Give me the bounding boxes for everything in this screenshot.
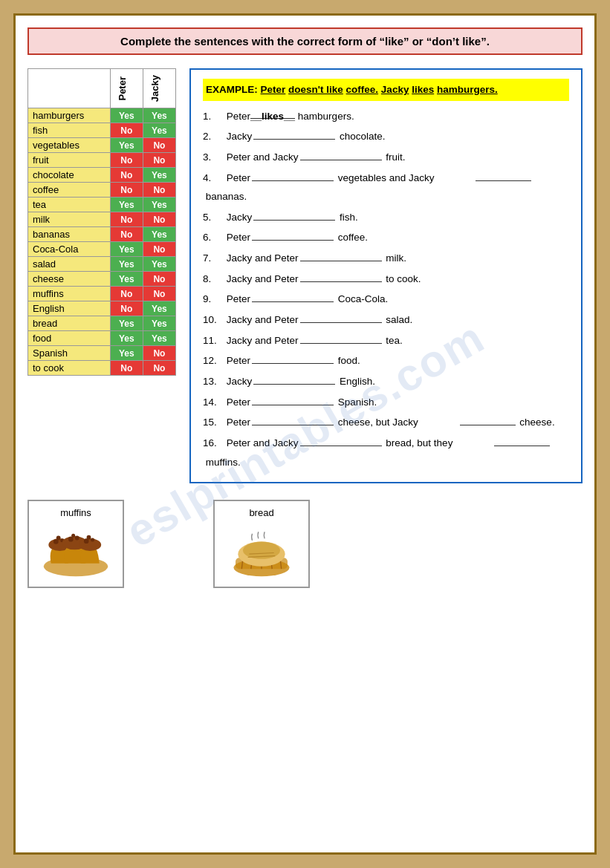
sentence-text: Peter (224, 413, 250, 432)
sentence-rest: cheese, but Jacky (335, 413, 421, 432)
right-section: EXAMPLE: Peter doesn't like coffee. Jack… (189, 68, 583, 483)
muffins-illustration (39, 521, 113, 581)
title-text: Complete the sentences with the correct … (120, 35, 490, 48)
bread-label: bread (224, 507, 299, 518)
jacky-cell: No (143, 287, 175, 301)
svg-point-9 (79, 539, 101, 552)
blank-filled: __likes__ (250, 107, 295, 119)
sentence-item: 12. Peter food. (203, 351, 569, 371)
sentence-text: Peter (224, 169, 250, 188)
answer-blank[interactable] (252, 169, 334, 181)
sentence-number: 11. (203, 331, 224, 350)
svg-point-4 (56, 536, 61, 541)
answer-blank[interactable] (300, 311, 382, 323)
sentence-extra-rest: muffins. (203, 453, 241, 472)
jacky-cell: No (143, 153, 175, 168)
food-name: fish (28, 123, 111, 138)
answer-blank[interactable] (252, 229, 334, 241)
peter-cell: Yes (110, 272, 143, 287)
bread-image-box: bread (213, 500, 310, 588)
example-likes: likes (412, 84, 434, 95)
peter-cell: Yes (110, 331, 143, 346)
answer-blank[interactable] (300, 249, 382, 261)
sentence-number: 2. (203, 127, 224, 146)
svg-point-6 (68, 537, 74, 542)
food-name: salad (28, 257, 111, 272)
jacky-cell: No (143, 361, 175, 376)
table-row: English No Yes (28, 301, 176, 316)
left-section: Peter Jacky hamburgers Yes Yes fish No Y… (27, 68, 176, 376)
example-hamburgers: hamburgers. (437, 84, 498, 95)
answer-blank[interactable] (252, 394, 334, 405)
peter-cell: No (110, 123, 143, 138)
answer-blank[interactable] (300, 270, 382, 282)
sentence-text: Jacky and Peter (224, 270, 299, 289)
sentence-text: Peter (224, 393, 250, 412)
jacky-cell: Yes (143, 198, 175, 212)
sentence-text: Jacky (224, 127, 252, 146)
answer-blank[interactable] (252, 414, 334, 425)
peter-cell: Yes (110, 198, 143, 212)
sentence-item: 5. Jacky fish. (203, 208, 569, 227)
svg-point-12 (87, 535, 91, 540)
jacky-cell: No (143, 183, 175, 198)
peter-cell: Yes (110, 346, 143, 361)
jacky-cell: Yes (143, 123, 175, 138)
table-row: to cook No No (28, 361, 176, 376)
main-content: Peter Jacky hamburgers Yes Yes fish No Y… (27, 68, 583, 483)
svg-point-7 (75, 536, 80, 541)
example-doesnt: doesn't like (288, 84, 343, 95)
sentence-rest: tea. (383, 331, 406, 350)
food-table: Peter Jacky hamburgers Yes Yes fish No Y… (27, 68, 176, 376)
table-row: hamburgers Yes Yes (28, 108, 176, 123)
extra-answer-blank[interactable] (476, 169, 531, 181)
jacky-cell: No (143, 242, 175, 257)
sentence-rest: to cook. (383, 270, 424, 289)
sentence-rest: coffee. (335, 228, 371, 247)
answer-blank[interactable] (253, 209, 335, 221)
table-row: coffee No No (28, 183, 176, 198)
svg-point-8 (71, 534, 75, 538)
peter-header: Peter (110, 69, 143, 108)
food-name: milk (28, 212, 111, 227)
sentence-number: 1. (203, 107, 224, 126)
sentence-rest: hamburgers. (295, 107, 357, 126)
extra-answer-blank[interactable] (494, 434, 550, 446)
images-section: muffins (27, 500, 583, 588)
peter-cell: No (110, 301, 143, 316)
title-box: Complete the sentences with the correct … (27, 27, 583, 55)
jacky-header: Jacky (143, 69, 175, 108)
answer-blank[interactable] (300, 149, 382, 160)
sentence-rest: salad. (383, 310, 416, 330)
answer-blank[interactable] (253, 128, 335, 140)
sentence-number: 6. (203, 228, 224, 247)
answer-blank[interactable] (253, 373, 335, 385)
food-name: vegetables (28, 138, 111, 153)
sentence-text: Peter (224, 107, 250, 126)
food-name: chocolate (28, 168, 111, 183)
food-name: to cook (28, 361, 111, 376)
table-row: bread Yes Yes (28, 316, 176, 331)
answer-blank[interactable] (300, 332, 382, 344)
peter-cell: Yes (110, 108, 143, 123)
muffins-image-box: muffins (27, 500, 124, 588)
extra-answer-blank[interactable] (460, 414, 516, 425)
table-row: fruit No No (28, 153, 176, 168)
answer-blank[interactable] (252, 290, 334, 302)
sentence-item: 8. Jacky and Peter to cook. (203, 270, 569, 289)
sentence-number: 15. (203, 413, 224, 432)
peter-cell: No (110, 183, 143, 198)
peter-cell: No (110, 168, 143, 183)
table-row: cheese Yes No (28, 272, 176, 287)
food-name: English (28, 301, 111, 316)
jacky-cell: Yes (143, 301, 175, 316)
sentences-list: 1. Peter__likes__ hamburgers. 2. Jacky c… (203, 107, 569, 472)
sentence-item: 3. Peter and Jacky fruit. (203, 148, 569, 167)
sentence-text: Jacky and Peter (224, 310, 299, 330)
answer-blank[interactable] (252, 352, 334, 364)
sentence-rest: bread, but they (383, 434, 456, 453)
sentence-number: 4. (203, 169, 224, 188)
peter-cell: No (110, 227, 143, 242)
answer-blank[interactable] (300, 434, 382, 446)
sentence-rest: English. (337, 372, 378, 391)
